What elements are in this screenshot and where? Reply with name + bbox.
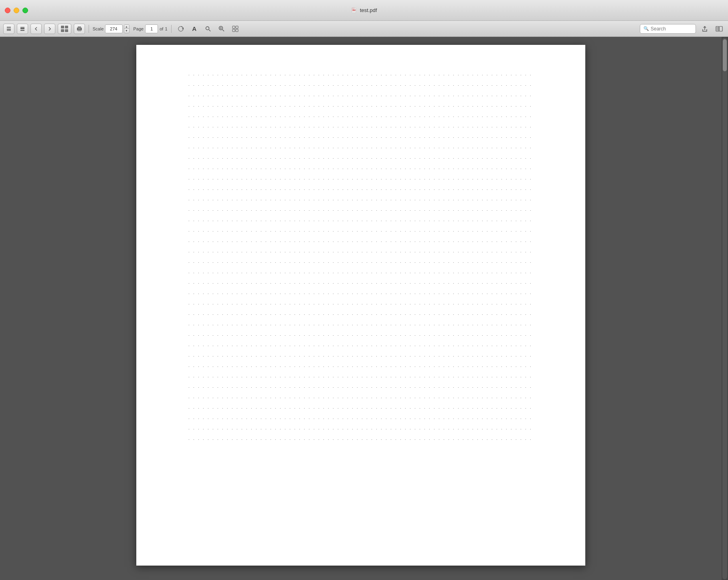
total-pages: 1 — [165, 26, 167, 31]
dot-line: . . . . . . . . . . . . . . . . . . . . … — [188, 413, 533, 423]
svg-rect-6 — [20, 27, 24, 28]
share-button[interactable] — [699, 24, 710, 34]
close-button[interactable] — [5, 8, 10, 13]
dot-line: . . . . . . . . . . . . . . . . . . . . … — [188, 236, 533, 246]
search-pdf-icon — [205, 26, 211, 32]
svg-line-19 — [222, 30, 224, 31]
svg-rect-11 — [65, 29, 68, 32]
main-area: . . . . . . . . . . . . . . . . . . . . … — [0, 37, 728, 580]
separator-1 — [89, 25, 89, 33]
scroll-down-button[interactable] — [17, 24, 28, 34]
dot-line: . . . . . . . . . . . . . . . . . . . . … — [188, 402, 533, 413]
dot-line: . . . . . . . . . . . . . . . . . . . . … — [188, 360, 533, 371]
dot-line: . . . . . . . . . . . . . . . . . . . . … — [188, 183, 533, 194]
dot-line: . . . . . . . . . . . . . . . . . . . . … — [188, 371, 533, 381]
scale-stepper[interactable]: ▲ ▼ — [124, 24, 129, 33]
svg-rect-5 — [20, 28, 24, 29]
dot-line: . . . . . . . . . . . . . . . . . . . . … — [188, 163, 533, 173]
dot-line: . . . . . . . . . . . . . . . . . . . . … — [188, 329, 533, 340]
dot-line: . . . . . . . . . . . . . . . . . . . . … — [188, 350, 533, 360]
scroll-down-icon — [20, 26, 25, 31]
svg-rect-14 — [78, 30, 81, 31]
print-button[interactable] — [74, 24, 85, 34]
dot-line: . . . . . . . . . . . . . . . . . . . . … — [188, 152, 533, 163]
grid-view-button[interactable] — [230, 24, 241, 34]
svg-rect-8 — [61, 26, 64, 28]
svg-rect-10 — [61, 29, 64, 32]
printer-icon — [76, 26, 83, 32]
dot-line: . . . . . . . . . . . . . . . . . . . . … — [188, 433, 533, 444]
page-group: Page of 1 — [133, 24, 168, 33]
dot-line: . . . . . . . . . . . . . . . . . . . . … — [188, 267, 533, 277]
svg-rect-3 — [7, 27, 11, 28]
svg-rect-13 — [78, 26, 81, 28]
pdf-content-area[interactable]: . . . . . . . . . . . . . . . . . . . . … — [0, 37, 722, 580]
page-label: Page — [133, 26, 144, 31]
dot-line: . . . . . . . . . . . . . . . . . . . . … — [188, 288, 533, 298]
svg-rect-7 — [20, 30, 24, 31]
previous-page-button[interactable] — [30, 24, 42, 34]
scale-group: Scale ▲ ▼ — [93, 24, 129, 33]
page-input[interactable] — [145, 24, 158, 33]
scrollbar-track — [722, 38, 727, 579]
share-icon — [702, 26, 708, 32]
dot-line: . . . . . . . . . . . . . . . . . . . . … — [188, 100, 533, 111]
dot-line: . . . . . . . . . . . . . . . . . . . . … — [188, 246, 533, 256]
svg-rect-23 — [236, 26, 238, 28]
svg-point-16 — [206, 26, 209, 30]
sidebar-toggle-button[interactable] — [714, 24, 725, 34]
dot-line: . . . . . . . . . . . . . . . . . . . . … — [188, 381, 533, 392]
svg-rect-27 — [719, 26, 722, 31]
zoom-button[interactable] — [216, 24, 227, 34]
scale-label: Scale — [93, 26, 104, 31]
pdf-page: . . . . . . . . . . . . . . . . . . . . … — [136, 45, 585, 566]
scale-down-button[interactable]: ▼ — [124, 29, 129, 33]
dot-line: . . . . . . . . . . . . . . . . . . . . … — [188, 173, 533, 183]
search-box[interactable]: 🔍 — [640, 24, 696, 34]
dot-line: . . . . . . . . . . . . . . . . . . . . … — [188, 308, 533, 319]
dot-line: . . . . . . . . . . . . . . . . . . . . … — [188, 90, 533, 100]
thumbnail-view-button[interactable] — [58, 24, 71, 34]
dot-line: . . . . . . . . . . . . . . . . . . . . … — [188, 204, 533, 215]
scroll-up-icon — [6, 26, 11, 31]
dot-line: . . . . . . . . . . . . . . . . . . . . … — [188, 392, 533, 402]
scale-input[interactable] — [105, 24, 123, 33]
minimize-button[interactable] — [14, 8, 19, 13]
dot-line: . . . . . . . . . . . . . . . . . . . . … — [188, 194, 533, 204]
search-icon: 🔍 — [643, 26, 649, 31]
rotate-button[interactable] — [175, 24, 186, 34]
dot-line: . . . . . . . . . . . . . . . . . . . . … — [188, 131, 533, 142]
chevron-right-icon — [48, 27, 52, 31]
dot-line: . . . . . . . . . . . . . . . . . . . . … — [188, 319, 533, 329]
dot-line: . . . . . . . . . . . . . . . . . . . . … — [188, 111, 533, 121]
toolbar: Scale ▲ ▼ Page of 1 A — [0, 21, 728, 37]
separator-2 — [171, 25, 172, 33]
dot-line: . . . . . . . . . . . . . . . . . . . . … — [188, 79, 533, 90]
dot-line: . . . . . . . . . . . . . . . . . . . . … — [188, 121, 533, 131]
pdf-file-icon: PDF — [351, 7, 358, 14]
search-pdf-button[interactable] — [202, 24, 214, 34]
dot-line: . . . . . . . . . . . . . . . . . . . . … — [188, 423, 533, 433]
svg-rect-25 — [236, 29, 238, 32]
chevron-left-icon — [34, 27, 38, 31]
svg-rect-4 — [7, 28, 11, 31]
svg-rect-9 — [65, 26, 68, 28]
scroll-up-button[interactable] — [3, 24, 14, 34]
svg-line-17 — [209, 30, 210, 31]
dot-line: . . . . . . . . . . . . . . . . . . . . … — [188, 225, 533, 236]
text-tool-button[interactable]: A — [189, 24, 200, 34]
scrollbar[interactable] — [722, 37, 728, 580]
search-input[interactable] — [651, 26, 692, 32]
thumbnail-grid-icon — [61, 25, 69, 32]
dot-line: . . . . . . . . . . . . . . . . . . . . … — [188, 142, 533, 152]
scale-up-button[interactable]: ▲ — [124, 25, 129, 29]
svg-rect-15 — [78, 28, 81, 29]
maximize-button[interactable] — [22, 8, 28, 13]
window-title: test.pdf — [360, 7, 377, 13]
scrollbar-thumb[interactable] — [723, 39, 727, 71]
grid-view-icon — [232, 26, 239, 32]
zoom-icon — [218, 26, 225, 32]
svg-text:PDF: PDF — [353, 9, 356, 11]
next-page-button[interactable] — [44, 24, 55, 34]
dot-line: . . . . . . . . . . . . . . . . . . . . … — [188, 277, 533, 288]
